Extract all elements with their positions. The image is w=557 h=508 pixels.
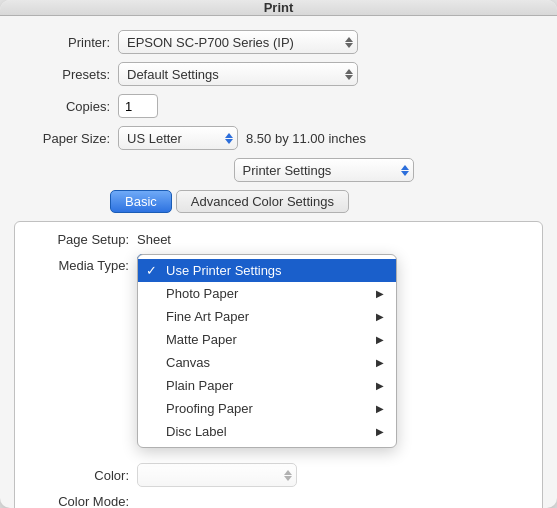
settings-panel: Page Setup: Sheet Media Type: Use Printe… xyxy=(14,221,543,508)
dropdown-item-label: Plain Paper xyxy=(166,378,233,393)
chevron-right-icon: ▶ xyxy=(376,311,384,322)
arrow-up-icon xyxy=(284,470,292,475)
arrow-down-icon xyxy=(225,139,233,144)
color-mode-label: Color Mode: xyxy=(29,494,129,508)
titlebar: Print xyxy=(0,0,557,16)
dropdown-item-label: Canvas xyxy=(166,355,210,370)
copies-row: Copies: xyxy=(0,94,557,118)
paper-size-arrow xyxy=(225,133,233,144)
printer-select[interactable]: EPSON SC-P700 Series (IP) xyxy=(118,30,358,54)
printer-row: Printer: EPSON SC-P700 Series (IP) xyxy=(0,30,557,54)
dropdown-item-disc-label[interactable]: Disc Label ▶ xyxy=(138,420,396,443)
dropdown-item-label: Use Printer Settings xyxy=(166,263,282,278)
copies-label: Copies: xyxy=(20,99,110,114)
panel-select[interactable]: Printer Settings xyxy=(234,158,414,182)
presets-arrow xyxy=(345,69,353,80)
chevron-right-icon: ▶ xyxy=(376,357,384,368)
arrow-up-icon xyxy=(345,37,353,42)
tab-basic[interactable]: Basic xyxy=(110,190,172,213)
tab-advanced[interactable]: Advanced Color Settings xyxy=(176,190,349,213)
paper-size-value: US Letter xyxy=(127,131,182,146)
media-type-label: Media Type: xyxy=(29,254,129,273)
checkmark-icon: ✓ xyxy=(146,263,157,278)
arrow-down-icon xyxy=(401,171,409,176)
arrow-up-icon xyxy=(225,133,233,138)
printer-value: EPSON SC-P700 Series (IP) xyxy=(127,35,294,50)
media-type-row: Media Type: Use Printer Settings ⚠ xyxy=(29,254,528,278)
paper-size-label: Paper Size: xyxy=(20,131,110,146)
window-title: Print xyxy=(264,0,294,15)
arrow-down-icon xyxy=(345,43,353,48)
dropdown-item-use-printer-settings[interactable]: ✓ Use Printer Settings xyxy=(138,259,396,282)
paper-size-select[interactable]: US Letter xyxy=(118,126,238,150)
arrow-up-icon xyxy=(401,165,409,170)
dropdown-item-label: Disc Label xyxy=(166,424,227,439)
tabs-row: Basic Advanced Color Settings xyxy=(0,190,557,213)
media-type-dropdown-container: Use Printer Settings ⚠ ✓ Use Printer Set… xyxy=(137,254,337,278)
paper-size-dimensions: 8.50 by 11.00 inches xyxy=(246,131,366,146)
presets-value: Default Settings xyxy=(127,67,219,82)
arrow-down-icon xyxy=(284,476,292,481)
color-select[interactable] xyxy=(137,463,297,487)
printer-arrow xyxy=(345,37,353,48)
page-setup-value: Sheet xyxy=(137,232,171,247)
color-label: Color: xyxy=(29,468,129,483)
presets-row: Presets: Default Settings xyxy=(0,62,557,86)
dropdown-item-label: Matte Paper xyxy=(166,332,237,347)
arrow-down-icon xyxy=(345,75,353,80)
dropdown-item-label: Fine Art Paper xyxy=(166,309,249,324)
dropdown-item-matte-paper[interactable]: Matte Paper ▶ xyxy=(138,328,396,351)
panel-arrow xyxy=(401,165,409,176)
presets-select[interactable]: Default Settings xyxy=(118,62,358,86)
paper-size-row: Paper Size: US Letter 8.50 by 11.00 inch… xyxy=(0,126,557,150)
paper-size-controls: US Letter 8.50 by 11.00 inches xyxy=(118,126,366,150)
chevron-right-icon: ▶ xyxy=(376,380,384,391)
color-arrow xyxy=(284,470,292,481)
copies-input[interactable] xyxy=(118,94,158,118)
dropdown-item-plain-paper[interactable]: Plain Paper ▶ xyxy=(138,374,396,397)
dropdown-item-canvas[interactable]: Canvas ▶ xyxy=(138,351,396,374)
dropdown-item-proofing-paper[interactable]: Proofing Paper ▶ xyxy=(138,397,396,420)
media-type-dropdown: ✓ Use Printer Settings Photo Paper ▶ Fin… xyxy=(137,254,397,448)
color-row: Color: xyxy=(29,463,528,487)
arrow-up-icon xyxy=(345,69,353,74)
color-mode-row: Color Mode: xyxy=(29,494,528,508)
dialog-content: Printer: EPSON SC-P700 Series (IP) Prese… xyxy=(0,16,557,508)
presets-label: Presets: xyxy=(20,67,110,82)
print-dialog: Print Printer: EPSON SC-P700 Series (IP)… xyxy=(0,0,557,508)
page-setup-label: Page Setup: xyxy=(29,232,129,247)
page-setup-row: Page Setup: Sheet xyxy=(29,232,528,247)
dropdown-item-label: Photo Paper xyxy=(166,286,238,301)
dropdown-item-label: Proofing Paper xyxy=(166,401,253,416)
printer-label: Printer: xyxy=(20,35,110,50)
panel-row: Printer Settings xyxy=(0,158,557,182)
chevron-right-icon: ▶ xyxy=(376,426,384,437)
chevron-right-icon: ▶ xyxy=(376,403,384,414)
dropdown-item-fine-art-paper[interactable]: Fine Art Paper ▶ xyxy=(138,305,396,328)
panel-value: Printer Settings xyxy=(243,163,332,178)
chevron-right-icon: ▶ xyxy=(376,334,384,345)
dropdown-item-photo-paper[interactable]: Photo Paper ▶ xyxy=(138,282,396,305)
chevron-right-icon: ▶ xyxy=(376,288,384,299)
